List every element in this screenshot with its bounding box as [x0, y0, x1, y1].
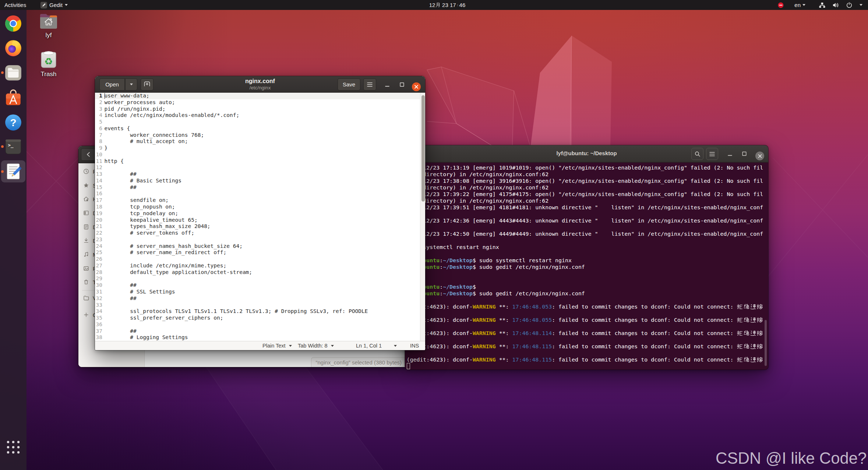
dock-item-firefox[interactable] — [4, 39, 22, 57]
cursor-position[interactable]: Ln 1, Col 1 — [356, 341, 382, 350]
code-text: worker_processes auto; — [105, 99, 175, 106]
help-icon: ? — [4, 113, 22, 132]
desktop-icon-trash[interactable]: ♻ Trash — [33, 50, 64, 78]
terminal-text-segment: 17:46:48.114 — [512, 330, 552, 337]
input-method-indicator[interactable]: en — [794, 2, 805, 8]
hamburger-icon — [367, 82, 373, 87]
dock-item-text-editor[interactable] — [4, 162, 22, 181]
gedit-text-area[interactable]: 1user www-data;2worker_processes auto;3p… — [95, 93, 425, 341]
search-button[interactable] — [691, 148, 703, 160]
line-number: 27 — [95, 263, 102, 269]
running-indicator — [1, 170, 4, 173]
terminal-text-segment: : failed to commit changes to dconf: Cou… — [552, 356, 763, 363]
clock[interactable]: 12 23 1746 — [429, 0, 466, 10]
running-indicator — [1, 145, 4, 148]
line-number: 28 — [95, 269, 102, 276]
language-selector[interactable]: Plain Text — [262, 341, 292, 350]
app-menu[interactable]: Gedit — [40, 0, 68, 10]
terminal-line: (gedit:4623): dconf-WARNING **: 17:46:48… — [407, 330, 763, 337]
search-icon — [695, 151, 701, 157]
maximize-button[interactable] — [399, 81, 405, 88]
terminal-text-segment: 2021/12/23 17:38:08 [emerg] 3916#3916: o… — [407, 178, 763, 184]
line-number: 16 — [95, 191, 102, 197]
running-indicator — [1, 71, 4, 74]
terminal-text-segment: : failed to commit changes to dconf: Cou… — [552, 303, 763, 310]
maximize-button[interactable] — [741, 150, 748, 157]
gedit-statusbar: Plain Text Tab Width: 8 Ln 1, Col 1 INS — [95, 341, 425, 350]
code-text: sendfile on; — [105, 197, 169, 204]
terminal-line: lyf@ubuntu:~/Desktop$ sudo gedit /etc/ng… — [407, 290, 763, 297]
gedit-line: 27 include /etc/nginx/mime.types; — [95, 263, 425, 269]
firefox-icon — [4, 39, 22, 57]
tab-width-selector[interactable]: Tab Width: 8 — [298, 341, 334, 350]
gedit-line: 1user www-data; — [95, 93, 425, 99]
maximize-icon — [400, 82, 404, 87]
terminal-text-segment: $ sudo systemctl restart nginx — [473, 257, 572, 264]
gedit-line: 29 — [95, 275, 425, 282]
close-icon — [758, 154, 762, 158]
gedit-line: 36 — [95, 321, 425, 328]
terminal-text-segment: 2021/12/23 17:42:36 [emerg] 4443#4443: u… — [407, 217, 763, 224]
files-icon — [4, 64, 22, 82]
line-number: 1 — [95, 93, 102, 99]
terminal-text-segment: : — [440, 284, 443, 290]
code-text: keepalive_timeout 65; — [105, 217, 198, 224]
terminal-line: 2021/12/23 17:42:36 [emerg] 4443#4443: u… — [407, 217, 763, 224]
terminal-text-segment: 17:46:48.055 — [512, 317, 552, 323]
terminal-text-segment: $ — [473, 284, 476, 290]
ubuntu-software-icon — [4, 89, 22, 107]
gedit-line: 34 ssl_protocols TLSv1 TLSv1.1 TLSv1.2 T… — [95, 308, 425, 315]
dock-item-chrome[interactable] — [4, 14, 22, 33]
close-button[interactable] — [755, 152, 764, 160]
terminal-text-segment: : failed to commit changes to dconf: Cou… — [552, 330, 763, 337]
line-number: 19 — [95, 210, 102, 217]
app-grid-icon — [4, 438, 22, 456]
dock-item-files[interactable] — [4, 64, 22, 82]
terminal-text-segment: : failed to commit changes to dconf: Cou… — [552, 317, 763, 323]
dock-item-terminal[interactable]: >_ — [4, 138, 22, 156]
minimize-button[interactable] — [384, 81, 391, 88]
gedit-line: 21 types_hash_max_size 2048; — [95, 223, 425, 230]
volume-icon — [833, 2, 839, 8]
gedit-line: 37 ## — [95, 328, 425, 335]
line-number: 24 — [95, 243, 102, 250]
close-button[interactable] — [412, 82, 421, 91]
code-text: # server_tokens off; — [105, 230, 194, 236]
activities-button[interactable]: Activities — [4, 0, 26, 10]
line-number: 15 — [95, 184, 102, 191]
gedit-line: 31 # SSL Settings — [95, 289, 425, 295]
terminal-headerbar[interactable]: lyf@ubuntu: ~/Desktop — [405, 145, 768, 163]
scrollbar-thumb[interactable] — [421, 95, 425, 202]
system-status-area[interactable]: en — [778, 0, 862, 10]
terminal-text-segment: 17:46:48.115 — [512, 356, 552, 363]
power-icon — [846, 2, 852, 8]
dock-item-app-grid[interactable] — [4, 438, 22, 456]
maximize-icon — [742, 152, 747, 156]
terminal-text-segment: : — [440, 290, 443, 297]
gedit-line: 32 ## — [95, 295, 425, 302]
gedit-line: 10 — [95, 152, 425, 158]
minimize-icon — [385, 82, 389, 87]
menu-button[interactable] — [363, 78, 376, 90]
dock-item-help[interactable]: ? — [4, 113, 22, 132]
terminal-text-segment: WARNING — [473, 356, 496, 363]
position-dropdown[interactable] — [394, 341, 397, 350]
save-button[interactable]: Save — [338, 78, 360, 90]
code-text: # Logging Settings — [105, 334, 188, 341]
terminal-text-segment: ~/Desktop — [443, 264, 473, 270]
terminal-scrollbar[interactable] — [765, 320, 767, 366]
gedit-headerbar[interactable]: Open nginx.conf /etc/nginx Save — [95, 76, 425, 93]
menu-button[interactable] — [706, 148, 718, 160]
gedit-scrollbar[interactable] — [420, 93, 425, 341]
terminal-line: 2021/12/23 17:39:22 [emerg] 4175#4175: o… — [407, 191, 763, 197]
terminal-output[interactable]: 2021/12/23 17:13:19 [emerg] 1019#1019: o… — [405, 163, 768, 370]
code-text: ## — [105, 328, 137, 335]
terminal-line: 2021/12/23 17:39:51 [emerg] 4181#4181: u… — [407, 204, 763, 211]
gedit-line: 15 ## — [95, 184, 425, 191]
terminal-text-segment: 2021/12/23 17:39:22 [emerg] 4175#4175: o… — [407, 191, 763, 197]
back-button[interactable] — [81, 148, 96, 161]
line-number: 34 — [95, 308, 102, 315]
minimize-button[interactable] — [727, 150, 733, 157]
desktop-icon-lyf-folder[interactable]: lyf — [33, 13, 64, 39]
dock-item-ubuntu-software[interactable] — [4, 89, 22, 107]
